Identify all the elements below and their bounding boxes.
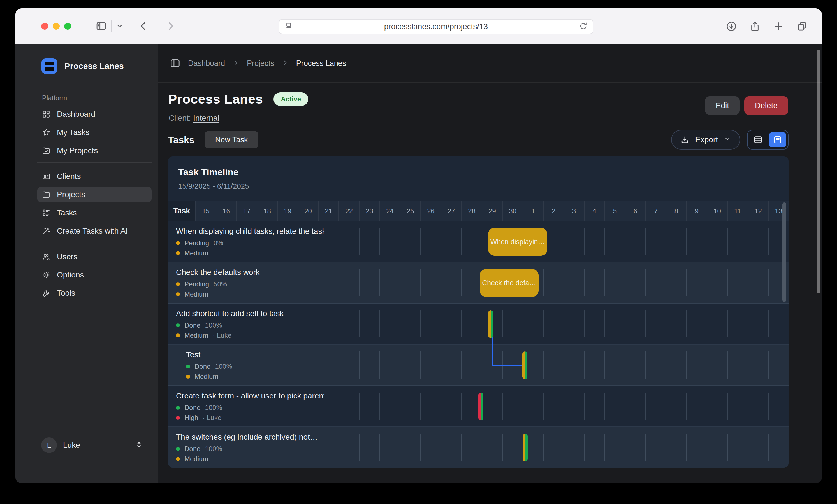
task-row[interactable]: Create task form - allow user to pick pa…	[168, 386, 788, 427]
sidebar-item-my-tasks[interactable]: My Tasks	[37, 125, 152, 140]
sidebar-item-my-projects[interactable]: My Projects	[37, 143, 152, 158]
gantt-milestone-bar[interactable]	[478, 393, 483, 420]
task-info: Check the defaults workPending50%Medium	[168, 262, 331, 303]
day-gridline	[686, 393, 687, 420]
task-priority-line: High· Luke	[176, 414, 324, 422]
day-gridline	[707, 351, 707, 378]
back-button[interactable]	[137, 20, 149, 32]
day-gridline	[666, 434, 666, 461]
breadcrumb-dashboard[interactable]: Dashboard	[188, 59, 225, 68]
gantt-bar[interactable]: When displayin…	[488, 228, 547, 256]
status-label: Done	[194, 362, 211, 370]
sidebar-item-clients[interactable]: Clients	[37, 169, 152, 184]
priority-label: Medium	[184, 249, 208, 257]
day-column-header: 11	[727, 201, 748, 221]
sidebar-item-tools[interactable]: Tools	[37, 285, 152, 301]
sidebar-menu-chevron-icon[interactable]	[115, 22, 124, 30]
day-gridline	[666, 393, 666, 420]
delete-button[interactable]: Delete	[744, 96, 788, 115]
day-gridline	[359, 351, 359, 378]
day-gridline	[482, 351, 482, 378]
day-gridline	[707, 310, 707, 337]
priority-dot	[176, 292, 180, 296]
id-card-icon	[42, 172, 51, 181]
minimize-window-button[interactable]	[53, 23, 60, 30]
sidebar-item-dashboard[interactable]: Dashboard	[37, 107, 152, 122]
browser-sidebar-toggle-icon[interactable]	[95, 20, 107, 32]
day-gridline	[564, 269, 564, 296]
task-row[interactable]: When displaying child tasks, relate the …	[168, 221, 788, 262]
content-sidebar-toggle-icon[interactable]	[170, 58, 181, 69]
day-gridline	[727, 351, 728, 378]
day-gridline	[522, 310, 523, 337]
app-name: Process Lanes	[65, 61, 124, 71]
gantt-milestone-bar[interactable]	[522, 434, 528, 462]
day-gridline	[686, 310, 687, 337]
day-column-header: 12	[748, 201, 768, 221]
task-priority-line: Medium	[176, 455, 324, 463]
day-gridline	[400, 228, 400, 255]
task-row[interactable]: The switches (eg include archived) not…D…	[168, 427, 788, 468]
breadcrumb-current: Process Lanes	[296, 59, 346, 68]
address-bar[interactable]: processlanes.com/projects/13	[279, 19, 593, 34]
day-gridline	[461, 310, 462, 337]
task-priority-line: Medium	[176, 249, 324, 257]
day-column-header: 27	[441, 201, 461, 221]
gantt-milestone-bar[interactable]	[488, 310, 493, 338]
share-icon[interactable]	[749, 20, 761, 32]
new-task-button[interactable]: New Task	[204, 131, 259, 148]
day-gridline	[584, 269, 585, 296]
task-row[interactable]: Add shortcut to add self to taskDone100%…	[168, 303, 788, 345]
refresh-icon[interactable]	[579, 22, 588, 32]
day-gridline	[420, 351, 421, 378]
gantt-milestone-bar[interactable]	[522, 351, 527, 379]
task-priority-line: Medium	[186, 373, 324, 380]
downloads-icon[interactable]	[726, 20, 737, 32]
dependency-connector-horizontal	[492, 365, 522, 366]
day-gridline	[666, 310, 666, 337]
project-actions: Edit Delete	[705, 96, 788, 115]
export-button[interactable]: Export	[671, 130, 740, 150]
priority-label: High	[184, 414, 198, 422]
day-gridline	[686, 434, 687, 461]
day-column-header: 15	[195, 201, 216, 221]
task-row[interactable]: Check the defaults workPending50%MediumC…	[168, 262, 788, 303]
avatar: L	[41, 437, 57, 453]
sidebar-item-create-tasks-with-ai[interactable]: Create Tasks with AI	[37, 223, 152, 239]
sidebar-item-tasks[interactable]: Tasks	[37, 205, 152, 221]
day-gridline	[461, 434, 462, 461]
day-gridline	[748, 228, 748, 255]
client-link[interactable]: Internal	[193, 114, 219, 123]
status-dot	[176, 447, 180, 451]
task-row[interactable]: TestDone100%Medium	[168, 345, 788, 386]
page-scrollbar-thumb[interactable]	[817, 50, 820, 294]
tab-overview-icon[interactable]	[796, 20, 808, 32]
user-menu[interactable]: L Luke	[37, 434, 152, 456]
sidebar-section-label: Platform	[42, 94, 67, 102]
breadcrumb-projects[interactable]: Projects	[247, 59, 274, 68]
header-divider	[158, 82, 822, 83]
day-gridline	[645, 351, 646, 378]
zoom-window-button[interactable]	[64, 23, 71, 30]
day-gridline	[379, 393, 380, 420]
sidebar-item-options[interactable]: Options	[37, 267, 152, 283]
task-status-line: Done100%	[176, 321, 324, 329]
tasks-toolbar: Tasks New Task Export	[168, 130, 788, 150]
day-gridline	[625, 393, 625, 420]
close-window-button[interactable]	[41, 23, 48, 30]
task-timeline-card: Task Timeline 15/9/2025 - 6/11/2025 Task…	[168, 156, 788, 468]
edit-button[interactable]: Edit	[705, 96, 740, 115]
task-name: Create task form - allow user to pick pa…	[176, 391, 324, 400]
new-tab-icon[interactable]	[772, 20, 784, 32]
timeline-scrollbar-thumb[interactable]	[782, 202, 786, 302]
task-info: Create task form - allow user to pick pa…	[168, 386, 331, 426]
sidebar-item-users[interactable]: Users	[37, 249, 152, 265]
day-gridline	[625, 228, 625, 255]
gantt-bar[interactable]: Check the defa…	[480, 269, 538, 297]
reader-view-icon[interactable]	[284, 22, 293, 32]
sidebar-item-projects[interactable]: Projects	[37, 187, 152, 202]
timeline-view-button[interactable]	[769, 132, 786, 147]
task-status-line: Pending0%	[176, 239, 324, 247]
table-view-button[interactable]	[749, 132, 767, 147]
forward-button[interactable]	[165, 20, 177, 32]
